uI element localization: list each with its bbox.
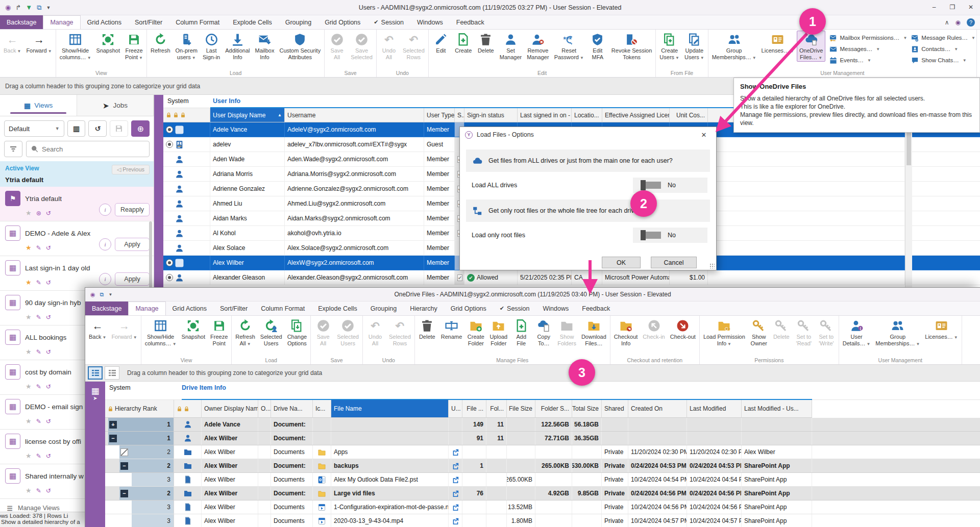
column-header-fol[interactable]: Fol... [486,400,507,418]
remove-manager-button[interactable]: RemoveManager [524,31,551,61]
tab-manage[interactable]: Manage [128,302,165,315]
tab-grid-options[interactable]: Grid Options [318,15,367,29]
favorite-star-icon[interactable]: ★ [26,487,32,494]
favorite-star-icon[interactable]: ★ [26,452,32,460]
expand-strip-icon[interactable]: ➤ [85,395,105,401]
save-all-button[interactable]: SaveAll [326,31,348,61]
edit-button[interactable]: Edit [430,31,452,55]
drive-row-alex-my-outlook-data-file2-pst[interactable]: 3Alex WilberDocumentsAlex My Outlook Dat… [105,473,980,487]
mailbox-info-button[interactable]: MailboxInfo [253,31,277,61]
refresh-button[interactable]: Refresh [148,31,173,55]
group-memberships-button[interactable]: GroupMemberships…▼ [873,317,922,348]
tab-explode-cells[interactable]: Explode Cells [226,15,278,29]
column-header-file[interactable]: File ... [462,400,486,418]
column-header-file-size[interactable]: File Size [507,400,535,418]
sidebar-tab-jobs[interactable]: ➤ Jobs [77,95,154,116]
column-header-s[interactable]: S... [455,108,464,122]
minus-expander-icon[interactable]: − [120,462,128,470]
favorite-star-icon[interactable]: ★ [26,209,32,217]
user-details-button[interactable]: UserDetails…▼ [840,317,873,348]
flat-view-button[interactable] [105,366,119,380]
save-selected-button[interactable]: SaveSelected [348,31,375,61]
user-row-alexander-gleason[interactable]: Alexander GleasonAlexander.Gleason@sygx2… [163,270,980,285]
undo-all-button[interactable]: ↶UndoAll [364,317,386,347]
restore-button[interactable]: ❐ [943,0,962,14]
column-header-icons[interactable] [163,108,210,122]
column-header-effective-assigned-licen[interactable]: Effective Assigned Licen... [602,108,670,122]
favorite-star-icon[interactable]: ★ [26,383,32,390]
favorite-star-icon[interactable]: ★ [26,348,32,356]
refresh-all-button[interactable]: RefreshAll▼ [233,317,258,348]
column-header-sign-in-status[interactable]: Sign-in status [464,108,518,122]
licenses-button[interactable]: Licenses…▼ [759,31,797,56]
show-hide-columns-button[interactable]: Show/Hidecolumns…▼ [57,31,94,62]
minimize-button[interactable]: – [925,0,943,14]
drive-row-adele-vance-1[interactable]: +1Adele VanceDocument:14911122.56GB56.18… [105,418,980,432]
column-header-user-type[interactable]: User Type [424,108,455,122]
check-in-button[interactable]: Check-in [640,317,667,341]
drive-row-large-vid-files[interactable]: −2Alex WilberDocument:Large vid files764… [105,487,980,500]
contacts-button[interactable]: Contacts…▼ [911,43,975,55]
save-all-button[interactable]: SaveAll [312,317,334,347]
selection-radio-icon[interactable] [166,126,173,133]
back-button[interactable]: ←Back▼ [86,317,109,342]
freeze-point-button[interactable]: FreezePoint▼ [122,31,145,62]
share-icon[interactable]: ↱ [15,4,21,11]
favorite-star-icon[interactable]: ★ [26,417,32,425]
set-to-write-button[interactable]: Set to'Write' [815,317,838,347]
column-header-u[interactable]: U... [449,400,462,418]
tab-grouping[interactable]: Grouping [364,302,403,315]
grouping-zone-text[interactable]: Drag a column header to this grouping zo… [127,369,322,377]
column-header-user-display-name[interactable]: User Display Name▲ [210,108,285,122]
delete-button[interactable]: Delete [770,317,793,341]
filter-list-button[interactable] [4,141,22,157]
band-user-info[interactable]: User Info [213,97,240,105]
tab-session[interactable]: ✔Session [493,302,536,315]
edit-view-icon[interactable]: ✎ [36,418,41,425]
column-header-locatio[interactable]: Locatio... [572,108,602,122]
refresh-view-icon[interactable]: ↺ [46,418,51,425]
check-out-button[interactable]: Check-out [668,317,698,341]
change-options-button[interactable]: ChangeOptions [285,317,310,347]
minus-expander-icon[interactable]: − [109,435,117,442]
add-file-button[interactable]: AddFile [510,317,532,347]
column-header-drive-na[interactable]: Drive Na... [271,400,313,418]
sidebar-scrollbar[interactable] [149,221,152,288]
revoke-session-tokens-button[interactable]: Revoke SessionTokens [609,31,655,61]
favorite-star-icon[interactable]: ★ [26,313,32,321]
minus-expander-icon[interactable]: − [120,490,128,497]
save-view-button[interactable] [110,120,128,137]
message-rules-button[interactable]: Message Rules…▼ [911,32,975,43]
partial-expander-icon[interactable] [120,448,128,456]
undo-all-button[interactable]: ↶UndoAll [378,31,400,61]
last-sign-in-button[interactable]: LastSign-in [200,31,223,61]
tab-grid-actions[interactable]: Grid Actions [166,302,213,315]
checkout-info-button[interactable]: CheckoutInfo [611,317,640,347]
selection-radio-icon[interactable] [166,141,173,148]
selected-users-button[interactable]: SelectedUsers [334,317,361,347]
set-manager-button[interactable]: SetManager [497,31,524,61]
column-header-unit-cos[interactable]: Unit Cos... [670,108,708,122]
tab-grouping[interactable]: Grouping [279,15,318,29]
selected-rows-button[interactable]: ↶SelectedRows [400,31,427,61]
refresh-view-icon[interactable]: ↺ [46,487,51,494]
set-to-read-button[interactable]: Set to'Read' [793,317,815,347]
refresh-view-icon[interactable]: ↺ [46,314,51,321]
tab-column-format[interactable]: Column Format [169,15,226,29]
search-box[interactable] [26,141,150,157]
sidebar-tab-views[interactable]: ▦ Views [0,95,77,116]
previous-view-button[interactable]: ◁ Previous [112,165,150,174]
create-folder-button[interactable]: CreateFolder [464,317,487,347]
tab-backstage[interactable]: Backstage [85,302,128,315]
delete-button[interactable]: Delete [416,317,438,341]
load-all-drives-toggle[interactable] [641,182,661,189]
collapse-ribbon-icon[interactable]: ∧ [945,19,949,26]
column-header-ic[interactable]: Ic... [313,400,331,418]
hierarchy-view-button[interactable] [88,366,103,380]
edit-view-icon[interactable]: ✎ [36,314,41,321]
apply-view-button[interactable]: Apply [115,272,150,286]
tab-sort-filter[interactable]: Sort/Filter [128,15,169,29]
edit-view-icon[interactable]: ✎ [36,383,41,390]
tab-windows[interactable]: Windows [410,15,450,29]
column-header-owner-display-name[interactable]: Owner Display Name [202,400,258,418]
